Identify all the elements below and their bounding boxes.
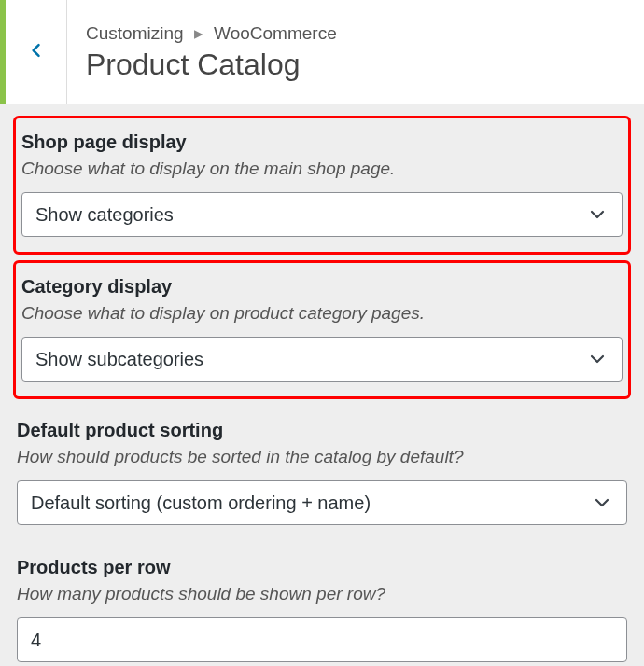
chevron-down-icon bbox=[591, 492, 613, 514]
default-sorting-desc: How should products be sorted in the cat… bbox=[17, 447, 627, 467]
breadcrumb-separator-icon: ▸ bbox=[194, 23, 203, 43]
header-text: Customizing ▸ WooCommerce Product Catalo… bbox=[67, 22, 337, 82]
category-display-section: Category display Choose what to display … bbox=[13, 260, 631, 399]
default-sorting-title: Default product sorting bbox=[17, 420, 627, 441]
breadcrumb: Customizing ▸ WooCommerce bbox=[86, 22, 337, 44]
customizer-header: Customizing ▸ WooCommerce Product Catalo… bbox=[0, 0, 644, 104]
page-title: Product Catalog bbox=[86, 48, 337, 82]
products-per-row-input[interactable] bbox=[17, 617, 627, 662]
shop-page-display-select[interactable]: Show categories bbox=[21, 192, 623, 237]
shop-page-display-title: Shop page display bbox=[21, 132, 623, 153]
chevron-down-icon bbox=[586, 348, 609, 370]
category-display-value: Show subcategories bbox=[35, 349, 203, 370]
chevron-left-icon bbox=[27, 41, 46, 63]
category-display-desc: Choose what to display on product catego… bbox=[21, 303, 623, 324]
category-display-title: Category display bbox=[21, 276, 623, 298]
back-button[interactable] bbox=[6, 0, 67, 104]
shop-page-display-desc: Choose what to display on the main shop … bbox=[21, 159, 623, 179]
shop-page-display-section: Shop page display Choose what to display… bbox=[13, 116, 631, 255]
products-per-row-title: Products per row bbox=[17, 557, 627, 578]
category-display-select[interactable]: Show subcategories bbox=[21, 337, 623, 382]
default-sorting-section: Default product sorting How should produ… bbox=[13, 405, 631, 542]
breadcrumb-prefix: Customizing bbox=[86, 23, 184, 43]
breadcrumb-parent: WooCommerce bbox=[214, 23, 337, 43]
products-per-row-desc: How many products should be shown per ro… bbox=[17, 584, 627, 604]
default-sorting-value: Default sorting (custom ordering + name) bbox=[31, 493, 371, 514]
products-per-row-section: Products per row How many products shoul… bbox=[13, 542, 631, 666]
chevron-down-icon bbox=[586, 203, 609, 226]
default-sorting-select[interactable]: Default sorting (custom ordering + name) bbox=[17, 480, 627, 525]
settings-panel: Shop page display Choose what to display… bbox=[0, 104, 644, 666]
shop-page-display-value: Show categories bbox=[35, 204, 174, 226]
